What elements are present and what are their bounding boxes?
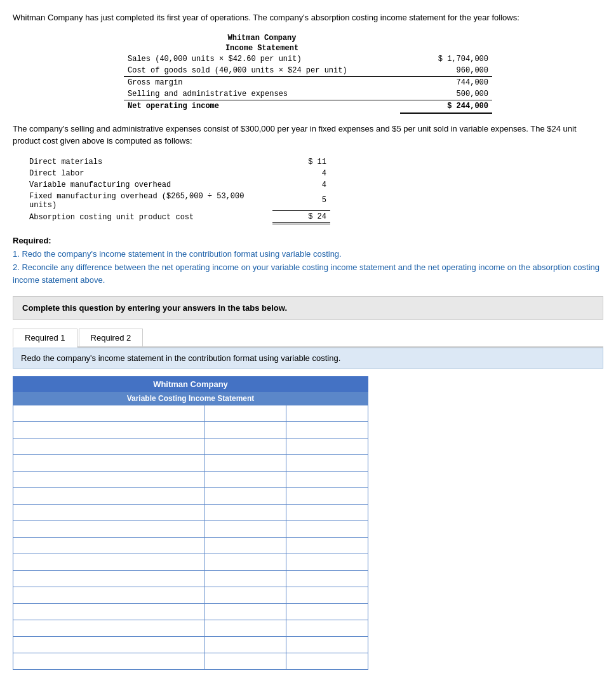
vc-input-8-mid[interactable] [207, 524, 283, 534]
vc-cell-16-right[interactable] [286, 653, 368, 670]
vc-cell-4-mid[interactable] [204, 455, 286, 472]
vc-cell-9-mid[interactable] [204, 538, 286, 554]
vc-cell-16-label[interactable] [13, 653, 204, 670]
vc-input-14-label[interactable] [16, 623, 201, 634]
vc-input-15-mid[interactable] [207, 640, 283, 650]
vc-input-2-mid[interactable] [207, 425, 283, 435]
vc-cell-9-label[interactable] [13, 538, 204, 554]
vc-input-10-label[interactable] [16, 557, 201, 568]
vc-cell-4-label[interactable] [13, 455, 204, 472]
vc-cell-12-label[interactable] [13, 587, 204, 604]
vc-cell-11-right[interactable] [286, 571, 368, 587]
vc-input-9-mid[interactable] [207, 541, 283, 551]
vc-cell-12-right[interactable] [286, 587, 368, 604]
is-title-spacer [400, 33, 492, 43]
vc-cell-2-mid[interactable] [204, 422, 286, 439]
vc-cell-8-right[interactable] [286, 521, 368, 538]
vc-input-4-label[interactable] [16, 458, 201, 468]
vc-input-1-right[interactable] [289, 409, 365, 419]
tab-required-1[interactable]: Required 1 [13, 329, 77, 348]
vc-input-11-right[interactable] [289, 574, 365, 584]
vc-cell-14-right[interactable] [286, 620, 368, 637]
vc-input-7-label[interactable] [16, 508, 201, 518]
vc-input-12-mid[interactable] [207, 590, 283, 601]
vc-input-5-mid[interactable] [207, 475, 283, 485]
vc-input-5-right[interactable] [289, 475, 365, 485]
vc-input-2-right[interactable] [289, 425, 365, 435]
vc-input-8-right[interactable] [289, 524, 365, 534]
vc-input-1-label[interactable] [16, 409, 201, 419]
vc-input-6-mid[interactable] [207, 491, 283, 501]
vc-cell-6-right[interactable] [286, 488, 368, 505]
tab-required-2[interactable]: Required 2 [79, 329, 144, 346]
vc-input-15-right[interactable] [289, 640, 365, 650]
vc-cell-11-label[interactable] [13, 571, 204, 587]
vc-input-14-mid[interactable] [207, 623, 283, 634]
vc-input-16-mid[interactable] [207, 656, 283, 667]
vc-input-12-right[interactable] [289, 590, 365, 601]
vc-cell-14-label[interactable] [13, 620, 204, 637]
vc-input-4-mid[interactable] [207, 458, 283, 468]
vc-input-9-label[interactable] [16, 541, 201, 551]
vc-input-3-right[interactable] [289, 442, 365, 452]
vc-input-16-label[interactable] [16, 656, 201, 667]
vc-cell-11-mid[interactable] [204, 571, 286, 587]
vc-input-7-mid[interactable] [207, 508, 283, 518]
vc-cell-10-mid[interactable] [204, 554, 286, 571]
vc-cell-15-right[interactable] [286, 637, 368, 653]
vc-cell-1-label[interactable] [13, 405, 204, 422]
vc-input-8-label[interactable] [16, 524, 201, 534]
vc-input-5-label[interactable] [16, 475, 201, 485]
vc-input-13-right[interactable] [289, 607, 365, 617]
vc-input-3-label[interactable] [16, 442, 201, 452]
vc-cell-3-mid[interactable] [204, 439, 286, 455]
vc-input-16-right[interactable] [289, 656, 365, 667]
vc-cell-16-mid[interactable] [204, 653, 286, 670]
vc-cell-1-right[interactable] [286, 405, 368, 422]
vc-input-2-label[interactable] [16, 425, 201, 435]
vc-cell-7-mid[interactable] [204, 505, 286, 521]
vc-cell-9-right[interactable] [286, 538, 368, 554]
vc-input-13-label[interactable] [16, 607, 201, 617]
vc-cell-8-label[interactable] [13, 521, 204, 538]
vc-cell-1-mid[interactable] [204, 405, 286, 422]
vc-cell-6-mid[interactable] [204, 488, 286, 505]
vc-cell-10-right[interactable] [286, 554, 368, 571]
vc-input-11-mid[interactable] [207, 574, 283, 584]
vc-cell-3-label[interactable] [13, 439, 204, 455]
vc-cell-13-right[interactable] [286, 604, 368, 620]
vc-input-9-right[interactable] [289, 541, 365, 551]
vc-input-13-mid[interactable] [207, 607, 283, 617]
vc-cell-7-label[interactable] [13, 505, 204, 521]
vc-input-6-label[interactable] [16, 491, 201, 501]
vc-cell-15-label[interactable] [13, 637, 204, 653]
vc-input-4-right[interactable] [289, 458, 365, 468]
vc-input-3-mid[interactable] [207, 442, 283, 452]
vc-input-15-label[interactable] [16, 640, 201, 650]
vc-cell-3-right[interactable] [286, 439, 368, 455]
vc-cell-2-right[interactable] [286, 422, 368, 439]
vc-input-10-right[interactable] [289, 557, 365, 568]
vc-cell-2-label[interactable] [13, 422, 204, 439]
vc-input-1-mid[interactable] [207, 409, 283, 419]
vc-cell-5-label[interactable] [13, 472, 204, 488]
vc-cell-12-mid[interactable] [204, 587, 286, 604]
unit-cost-table: Direct materials $ 11 Direct labor 4 Var… [25, 156, 330, 225]
vc-input-12-label[interactable] [16, 590, 201, 601]
vc-cell-13-label[interactable] [13, 604, 204, 620]
vc-cell-13-mid[interactable] [204, 604, 286, 620]
vc-cell-6-label[interactable] [13, 488, 204, 505]
vc-cell-10-label[interactable] [13, 554, 204, 571]
vc-cell-5-right[interactable] [286, 472, 368, 488]
vc-cell-8-mid[interactable] [204, 521, 286, 538]
vc-input-10-mid[interactable] [207, 557, 283, 568]
vc-input-7-right[interactable] [289, 508, 365, 518]
vc-cell-4-right[interactable] [286, 455, 368, 472]
vc-input-14-right[interactable] [289, 623, 365, 634]
vc-cell-7-right[interactable] [286, 505, 368, 521]
vc-input-11-label[interactable] [16, 574, 201, 584]
vc-cell-15-mid[interactable] [204, 637, 286, 653]
vc-cell-14-mid[interactable] [204, 620, 286, 637]
vc-cell-5-mid[interactable] [204, 472, 286, 488]
vc-input-6-right[interactable] [289, 491, 365, 501]
